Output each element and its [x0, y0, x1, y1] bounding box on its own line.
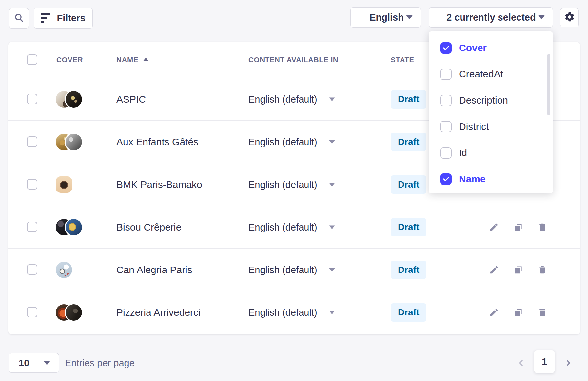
columns-select[interactable]: 2 currently selected [429, 7, 553, 28]
next-page-button[interactable] [559, 354, 578, 372]
cover-image [66, 91, 82, 108]
chevron-down-icon [329, 311, 335, 314]
entry-name: ASPIC [116, 94, 146, 105]
entry-name: BMK Paris-Bamako [116, 179, 202, 190]
column-header-name[interactable]: NAME [116, 56, 149, 64]
delete-icon[interactable] [538, 265, 547, 275]
filter-icon [41, 13, 50, 23]
dropdown-scrollbar[interactable] [547, 54, 550, 115]
previous-page-button[interactable] [512, 354, 530, 372]
table-row[interactable]: Bisou Crêperie English (default) Draft [8, 206, 580, 249]
checkbox-unchecked-icon[interactable] [440, 147, 452, 159]
duplicate-icon[interactable] [513, 265, 523, 275]
checkbox-checked-icon[interactable] [440, 42, 452, 54]
locale-cell-select[interactable]: English (default) [248, 222, 335, 232]
status-badge: Draft [391, 218, 426, 236]
table-row[interactable]: Pizzeria Arrivederci English (default) D… [8, 291, 580, 334]
cover-image [66, 304, 82, 321]
select-all-checkbox[interactable] [27, 54, 37, 65]
locale-select-value: English [369, 12, 404, 23]
checkbox-unchecked-icon[interactable] [440, 121, 452, 132]
column-option-createdat[interactable]: CreatedAt [429, 61, 553, 87]
search-icon [14, 12, 24, 24]
chevron-down-icon [329, 183, 335, 186]
columns-select-value: 2 currently selected [446, 12, 536, 23]
locale-cell-select[interactable]: English (default) [248, 264, 335, 275]
cover-image [66, 134, 82, 150]
cover-image [56, 262, 72, 278]
chevron-down-icon [406, 15, 413, 19]
row-actions [489, 265, 547, 275]
row-checkbox[interactable] [27, 264, 37, 275]
page-size-value: 10 [19, 358, 29, 369]
edit-icon[interactable] [489, 222, 499, 232]
settings-button[interactable] [560, 8, 579, 27]
locale-cell-select[interactable]: English (default) [248, 94, 335, 105]
delete-icon[interactable] [538, 308, 547, 317]
status-badge: Draft [391, 90, 426, 109]
status-badge: Draft [391, 261, 426, 279]
entry-name: Can Alegria Paris [116, 264, 192, 275]
filters-button-label: Filters [57, 13, 85, 24]
chevron-down-icon [329, 268, 335, 271]
chevron-down-icon [329, 225, 335, 229]
column-option-name[interactable]: Name [429, 166, 553, 192]
duplicate-icon[interactable] [513, 222, 523, 232]
chevron-down-icon [329, 97, 335, 101]
column-option-description[interactable]: Description [429, 87, 553, 113]
status-badge: Draft [391, 303, 426, 322]
column-visibility-dropdown: Cover CreatedAt Description District Id … [429, 31, 553, 193]
cover-image [56, 176, 72, 193]
delete-icon[interactable] [538, 222, 547, 232]
chevron-down-icon [329, 140, 335, 144]
cover-image [66, 219, 82, 235]
column-header-content-available-in[interactable]: CONTENT AVAILABLE IN [248, 56, 338, 64]
locale-cell-select[interactable]: English (default) [248, 179, 335, 190]
duplicate-icon[interactable] [513, 308, 523, 317]
search-button[interactable] [9, 8, 29, 29]
column-option-cover[interactable]: Cover [429, 35, 553, 61]
status-badge: Draft [391, 133, 426, 151]
edit-icon[interactable] [489, 308, 499, 317]
row-checkbox[interactable] [27, 136, 37, 147]
row-checkbox[interactable] [27, 307, 37, 317]
column-option-id[interactable]: Id [429, 140, 553, 166]
row-actions [489, 308, 547, 317]
chevron-down-icon [538, 15, 545, 19]
page-number-button[interactable]: 1 [534, 350, 555, 373]
checkbox-unchecked-icon[interactable] [440, 69, 452, 80]
row-checkbox[interactable] [27, 222, 37, 232]
chevron-down-icon [44, 361, 50, 365]
locale-cell-select[interactable]: English (default) [248, 307, 335, 318]
locale-select[interactable]: English [350, 7, 421, 28]
table-row[interactable]: Can Alegria Paris English (default) Draf… [8, 249, 580, 291]
checkbox-unchecked-icon[interactable] [440, 95, 452, 106]
gear-icon [564, 11, 575, 24]
entry-name: Pizzeria Arrivederci [116, 307, 201, 318]
column-header-state[interactable]: STATE [391, 56, 414, 64]
checkbox-checked-icon[interactable] [440, 173, 452, 185]
status-badge: Draft [391, 175, 426, 194]
edit-icon[interactable] [489, 265, 499, 275]
content-list-page: Filters English 2 currently selected COV… [0, 0, 588, 381]
chevron-left-icon [516, 358, 526, 368]
row-checkbox[interactable] [27, 94, 37, 104]
column-option-district[interactable]: District [429, 113, 553, 140]
entry-name: Aux Enfants Gâtés [116, 136, 198, 148]
column-header-cover[interactable]: COVER [56, 56, 83, 64]
sort-ascending-icon [143, 58, 149, 61]
row-checkbox[interactable] [27, 179, 37, 190]
entry-name: Bisou Crêperie [116, 222, 181, 233]
locale-cell-select[interactable]: English (default) [248, 136, 335, 147]
chevron-right-icon [563, 358, 573, 368]
filters-button[interactable]: Filters [34, 8, 93, 29]
row-actions [489, 222, 547, 232]
entries-per-page-label: Entries per page [65, 358, 135, 369]
page-size-select[interactable]: 10 [9, 353, 59, 373]
